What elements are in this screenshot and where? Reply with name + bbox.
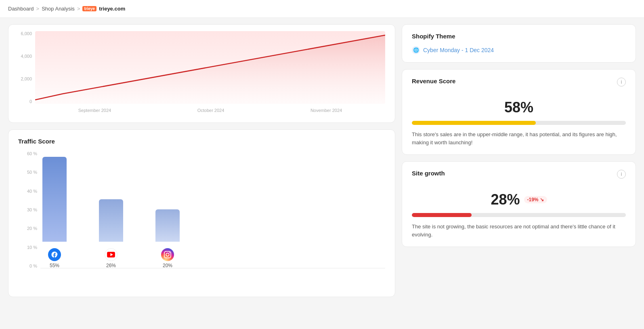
bar-group-youtube: 26% (99, 199, 123, 268)
site-growth-description: The site is not growing, the basic resou… (412, 223, 626, 238)
revenue-info-icon[interactable]: i (617, 78, 626, 86)
traffic-score-title: Traffic Score (18, 138, 385, 145)
revenue-score-value: 58% (412, 99, 626, 116)
growth-badge-value: -19% (527, 197, 539, 202)
y-pct-20: 20 % (18, 226, 40, 231)
svg-marker-0 (35, 35, 385, 104)
revenue-progress-fill (412, 121, 536, 125)
growth-badge: -19% ↘ (524, 196, 547, 203)
brand-logo: trieye (82, 6, 96, 11)
y-label-6000: 6,000 (15, 31, 35, 36)
line-chart-area: 0 2,000 4,000 6,000 (15, 31, 385, 116)
line-chart-card: 0 2,000 4,000 6,000 (8, 24, 395, 123)
instagram-pct: 20% (163, 263, 172, 268)
site-growth-title: Site growth (412, 170, 445, 177)
x-label-nov: November 2024 (310, 108, 342, 113)
bar-instagram (155, 209, 180, 242)
y-pct-30: 30 % (18, 207, 40, 212)
revenue-progress-bar (412, 121, 626, 125)
breadcrumb-site[interactable]: trieye.com (99, 6, 125, 12)
x-label-oct: October 2024 (197, 108, 224, 113)
y-label-2000: 2,000 (15, 76, 35, 81)
bar-youtube (99, 199, 123, 242)
youtube-icon (105, 248, 117, 261)
bar-facebook (42, 157, 67, 242)
traffic-score-card: Traffic Score 0 % 10 % 20 % 30 % 40 % 50… (8, 129, 395, 297)
site-growth-info-icon[interactable]: i (617, 170, 626, 179)
instagram-icon (161, 248, 174, 261)
globe-icon: 🌐 (412, 46, 420, 54)
theme-link[interactable]: 🌐 Cyber Monday - 1 Dec 2024 (412, 46, 626, 54)
facebook-pct: 55% (50, 263, 59, 268)
y-pct-50: 50 % (18, 170, 40, 175)
bar-chart-area: 0 % 10 % 20 % 30 % 40 % 50 % 60 % (18, 151, 385, 289)
chart-plot (35, 31, 385, 104)
site-growth-card: Site growth i 28% -19% ↘ The site is not… (402, 161, 636, 247)
shopify-theme-card: Shopify Theme 🌐 Cyber Monday - 1 Dec 202… (402, 24, 636, 63)
y-label-4000: 4,000 (15, 54, 35, 59)
y-pct-40: 40 % (18, 189, 40, 194)
y-pct-60: 60 % (18, 151, 40, 156)
breadcrumb-sep1: > (36, 6, 40, 12)
growth-badge-arrow: ↘ (540, 197, 544, 202)
bar-bottom-facebook: 55% (48, 248, 61, 268)
x-axis-labels: September 2024 October 2024 November 202… (35, 105, 385, 116)
y-axis-pct: 0 % 10 % 20 % 30 % 40 % 50 % 60 % (18, 151, 40, 268)
breadcrumb-shop-analysis[interactable]: Shop Analysis (42, 6, 75, 12)
revenue-score-card: Revenue Score i 58% This store's sales a… (402, 69, 636, 155)
youtube-pct: 26% (106, 263, 116, 268)
site-growth-header: Site growth i (412, 170, 626, 183)
bar-chart-inner: 55% 26% (42, 151, 385, 268)
y-label-0: 0 (15, 99, 35, 104)
site-growth-progress-bar (412, 213, 626, 217)
facebook-icon (48, 248, 61, 261)
bar-bottom-youtube: 26% (105, 248, 117, 268)
x-label-sep: September 2024 (78, 108, 111, 113)
breadcrumb-sep2: > (77, 6, 80, 12)
revenue-score-title: Revenue Score (412, 78, 455, 84)
bar-group-instagram: 20% (155, 209, 180, 268)
revenue-score-header: Revenue Score i (412, 78, 626, 91)
site-growth-value: 28% (491, 191, 520, 208)
bar-group-facebook: 55% (42, 157, 67, 268)
theme-name: Cyber Monday - 1 Dec 2024 (423, 47, 494, 53)
y-axis-labels: 0 2,000 4,000 6,000 (15, 31, 35, 104)
breadcrumb-dashboard[interactable]: Dashboard (8, 6, 34, 12)
shopify-theme-title: Shopify Theme (412, 33, 626, 40)
revenue-description: This store's sales are in the upper-midd… (412, 131, 626, 146)
y-pct-10: 10 % (18, 245, 40, 250)
right-column: Shopify Theme 🌐 Cyber Monday - 1 Dec 202… (402, 24, 636, 297)
bar-bottom-instagram: 20% (161, 248, 174, 268)
growth-value-row: 28% -19% ↘ (412, 191, 626, 208)
breadcrumb: Dashboard > Shop Analysis > trieye triey… (0, 0, 644, 18)
y-pct-0: 0 % (18, 264, 40, 268)
site-growth-progress-fill (412, 213, 472, 217)
left-column: 0 2,000 4,000 6,000 (8, 24, 395, 297)
